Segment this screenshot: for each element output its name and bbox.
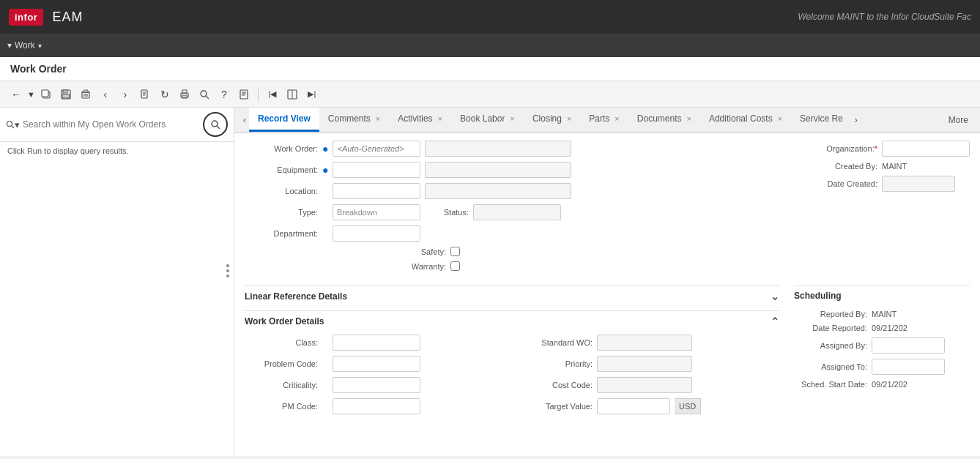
tab-documents[interactable]: Documents × [628, 108, 700, 132]
tab-more[interactable]: More [943, 109, 974, 131]
pm-code-input[interactable] [333, 398, 420, 414]
search-form-button[interactable] [196, 85, 213, 104]
nav-module-label: Work [15, 40, 35, 51]
location-label: Location: [245, 187, 318, 195]
split-view-button[interactable] [283, 85, 301, 104]
sched-start-value: 09/21/202 [872, 380, 907, 389]
tab-additional-costs[interactable]: Additional Costs × [700, 108, 791, 132]
location-input[interactable] [333, 183, 420, 199]
assigned-to-input[interactable] [872, 359, 945, 375]
prev-record-button[interactable]: ‹ [97, 85, 114, 104]
tab-record-view-label: Record View [258, 113, 311, 124]
equipment-row: Equipment: ● [245, 162, 790, 178]
infor-logo: infor [9, 9, 43, 26]
tab-record-view[interactable]: Record View [249, 108, 319, 132]
cost-code-input[interactable] [597, 377, 692, 393]
svg-point-28 [212, 121, 218, 127]
department-row: Department: [245, 225, 790, 242]
svg-rect-1 [42, 90, 48, 97]
tab-scroll-left[interactable]: ‹ [240, 115, 249, 125]
wo-details-toggle: ⌃ [771, 316, 779, 327]
equipment-label: Equipment: [245, 165, 318, 174]
type-input[interactable] [333, 204, 420, 220]
copy-button[interactable] [37, 85, 55, 104]
tab-closing[interactable]: Closing × [524, 108, 580, 132]
undo-button[interactable]: ↻ [156, 85, 174, 104]
department-input[interactable] [333, 225, 420, 242]
tab-service-re-label: Service Re [800, 113, 843, 124]
priority-row: Priority: [519, 356, 779, 372]
assigned-by-row: Assigned By: [794, 337, 970, 354]
back-dropdown-button[interactable]: ▼ [27, 90, 35, 99]
tab-service-re[interactable]: Service Re [791, 108, 852, 132]
svg-point-18 [201, 91, 207, 97]
location-desc-input[interactable] [425, 183, 571, 199]
standard-wo-input[interactable] [597, 335, 692, 351]
svg-point-26 [7, 122, 12, 127]
tab-closing-close[interactable]: × [567, 114, 571, 123]
svg-rect-20 [240, 90, 248, 99]
back-button[interactable]: ← [7, 85, 25, 104]
tab-documents-close[interactable]: × [687, 114, 691, 123]
target-value-input[interactable] [597, 398, 670, 414]
tab-book-labor-close[interactable]: × [510, 114, 514, 123]
location-row: Location: [245, 183, 790, 199]
tab-activities-close[interactable]: × [438, 114, 442, 123]
tab-scroll-right[interactable]: › [852, 115, 861, 125]
date-reported-row: Date Reported: 09/21/202 [794, 324, 970, 332]
organization-input[interactable] [882, 141, 970, 157]
pm-code-label: PM Code: [245, 402, 318, 411]
tabs-bar: ‹ Record View Comments × Activities × Bo… [234, 108, 980, 133]
reported-by-row: Reported By: MAINT [794, 310, 970, 318]
search-type-button[interactable]: ▾ [6, 119, 20, 130]
form-left: Work Order: ● Equipment: ● Locat [245, 141, 790, 276]
equipment-input[interactable] [333, 162, 420, 178]
help-button[interactable]: ? [215, 85, 233, 104]
created-by-label: Created By: [804, 162, 877, 171]
priority-input[interactable] [597, 356, 692, 372]
type-label: Type: [245, 208, 318, 217]
problem-code-input[interactable] [333, 356, 420, 372]
search-input[interactable] [23, 119, 200, 130]
org-label: Organization:* [804, 144, 877, 153]
bookmark-button[interactable] [235, 85, 253, 104]
delete-button[interactable] [77, 85, 94, 104]
print-button[interactable] [176, 85, 193, 104]
tab-comments[interactable]: Comments × [319, 108, 389, 132]
criticality-input[interactable] [333, 377, 420, 393]
warranty-label: Warranty: [329, 262, 446, 271]
linear-ref-toggle: ⌄ [771, 291, 779, 302]
scheduling-section[interactable]: Scheduling [794, 286, 970, 305]
work-order-input[interactable] [333, 141, 420, 157]
attach-button[interactable] [136, 85, 154, 104]
tab-parts[interactable]: Parts × [580, 108, 628, 132]
date-created-input[interactable] [882, 176, 955, 192]
problem-code-label: Problem Code: [245, 359, 318, 368]
work-order-details-section[interactable]: Work Order Details ⌃ [245, 310, 779, 332]
svg-line-19 [206, 96, 209, 99]
created-by-row: Created By: MAINT [804, 162, 970, 171]
tab-parts-close[interactable]: × [615, 114, 619, 123]
status-input[interactable] [473, 204, 561, 220]
equipment-desc-input[interactable] [425, 162, 571, 178]
class-input[interactable] [333, 335, 420, 351]
next-record-button[interactable]: › [116, 85, 134, 104]
sched-start-label: Sched. Start Date: [794, 380, 867, 389]
work-order-desc-input[interactable] [425, 141, 571, 157]
tab-comments-close[interactable]: × [376, 114, 380, 123]
search-submit-button[interactable] [203, 112, 228, 137]
tab-activities[interactable]: Activities × [389, 108, 451, 132]
tab-book-labor[interactable]: Book Labor × [451, 108, 524, 132]
safety-checkbox[interactable] [450, 247, 460, 256]
tab-additional-costs-close[interactable]: × [778, 114, 782, 123]
first-record-button[interactable]: |◀ [264, 85, 281, 104]
linear-ref-section[interactable]: Linear Reference Details ⌄ [245, 286, 779, 307]
assigned-by-input[interactable] [872, 337, 945, 354]
warranty-checkbox[interactable] [450, 261, 460, 271]
work-order-dot: ● [322, 143, 328, 154]
save-button[interactable] [57, 85, 75, 104]
organization-row: Organization:* [804, 141, 970, 157]
priority-label: Priority: [519, 359, 593, 368]
last-record-button[interactable]: ▶| [303, 85, 321, 104]
module-nav[interactable]: ▾ Work ▾ [7, 40, 42, 51]
